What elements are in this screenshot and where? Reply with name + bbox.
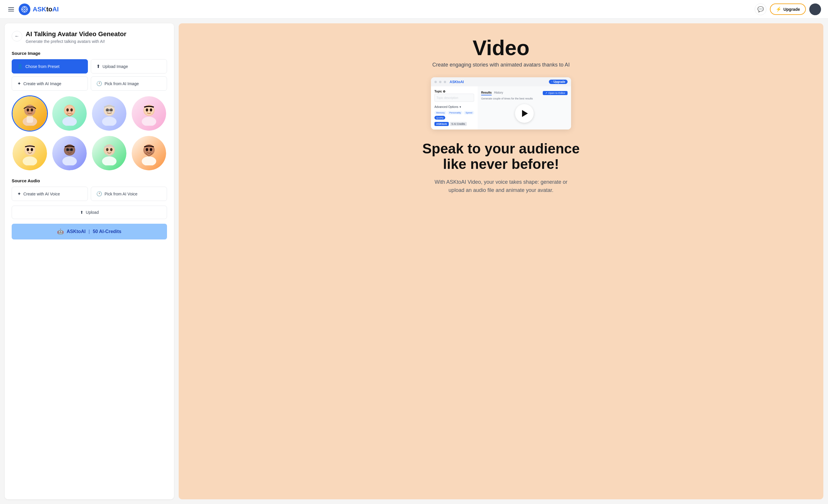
pick-ai-image-label: Pick from AI Image	[105, 81, 139, 86]
avatar-svg-6	[57, 141, 82, 166]
video-dot-2	[439, 81, 442, 83]
generate-brand-label: ASKtoAI	[67, 229, 86, 234]
chat-button[interactable]: 💬	[755, 3, 767, 15]
avatar-svg-5	[18, 141, 42, 166]
upload-audio-icon: ⬆	[80, 210, 83, 215]
video-left-panel: Topic ✿ Topic description Advanced Optio…	[431, 86, 478, 130]
video-tags: Memory Personality Speed Quality	[434, 111, 474, 120]
headline-line-1: Speak to your audience	[422, 141, 580, 156]
video-results-area	[481, 102, 568, 125]
play-button[interactable]	[515, 104, 534, 123]
video-topic-label: Topic ✿	[434, 90, 474, 93]
avatar-item[interactable]	[12, 95, 48, 132]
video-topic-placeholder: Topic description	[437, 96, 458, 99]
svg-point-2	[24, 9, 25, 10]
panel-title: AI Talking Avatar Video Geneator	[26, 30, 126, 38]
video-results-panel: Results History ↗ Open to Editor Generat…	[478, 88, 571, 129]
upload-audio-label: Upload	[86, 210, 99, 215]
avatar-item[interactable]	[51, 95, 88, 132]
back-icon: ←	[14, 34, 19, 39]
hamburger-menu[interactable]	[7, 6, 15, 12]
clock-voice-icon: 🕐	[96, 191, 102, 196]
avatar-item[interactable]	[12, 135, 48, 171]
upload-audio-button[interactable]: ⬆ Upload	[12, 205, 167, 219]
logo: ASKtoAI	[19, 3, 59, 15]
upgrade-button[interactable]: ⚡ Upgrade	[770, 3, 806, 15]
svg-point-14	[62, 117, 77, 126]
generate-button[interactable]: 🤖 ASKtoAI | 50 AI-Credits	[12, 224, 167, 239]
avatar-face-6	[52, 136, 87, 170]
video-form-topic: Topic ✿ Topic description	[434, 90, 474, 102]
header-left: ASKtoAI	[7, 3, 59, 15]
svg-point-45	[106, 148, 108, 151]
chat-icon: 💬	[757, 6, 764, 12]
pick-ai-image-button[interactable]: 🕐 Pick from AI Image	[91, 77, 167, 91]
right-panel-subtitle: Create engaging stories with animated av…	[432, 62, 570, 68]
video-dot-3	[444, 81, 446, 83]
avatar-item[interactable]	[91, 135, 127, 171]
video-upgrade-badge: ↑ Upgrade	[549, 80, 568, 84]
avatar-face-8	[132, 136, 166, 170]
play-icon	[522, 110, 528, 117]
video-topic-field: Topic description	[434, 94, 474, 102]
svg-point-36	[62, 156, 77, 165]
svg-point-46	[110, 148, 112, 151]
panel-header: ← AI Talking Avatar Video Geneator Gener…	[12, 30, 167, 44]
video-brand: ASKtoAI	[450, 80, 464, 84]
panel-subtitle: Generate the prefect talking avatars wit…	[26, 39, 126, 44]
create-ai-image-button[interactable]: ✦ Create with AI Image	[12, 77, 88, 91]
svg-point-26	[141, 117, 156, 126]
video-advanced-options: Advanced Options ▾	[434, 104, 474, 110]
upload-image-icon: ⬆	[96, 63, 100, 69]
avatar-face-1	[12, 96, 47, 131]
svg-point-48	[141, 156, 156, 165]
source-audio-label: Source Audio	[12, 178, 167, 183]
back-button[interactable]: ←	[12, 31, 22, 41]
upload-image-label: Upload Image	[102, 64, 128, 69]
video-bottom-bar: ASKtoAI 5 AI Credits	[434, 122, 474, 126]
svg-rect-9	[27, 116, 33, 123]
chevron-down-icon: ▾	[460, 105, 461, 108]
video-results-tab: Results	[481, 91, 492, 95]
logo-icon	[19, 3, 30, 15]
generate-separator: |	[88, 229, 90, 234]
avatar-svg-7	[97, 141, 121, 166]
bolt-icon: ⚡	[776, 6, 782, 12]
pick-ai-voice-label: Pick from AI Voice	[105, 192, 137, 196]
user-avatar[interactable]	[809, 3, 821, 15]
chose-preset-button[interactable]: 👤 Chose from Preset	[12, 59, 88, 74]
video-content: Topic ✿ Topic description Advanced Optio…	[431, 86, 571, 130]
right-panel-headline: Speak to your audience like never before…	[422, 141, 580, 172]
generate-button-wrapper: 🤖 ASKtoAI | 50 AI-Credits	[12, 224, 167, 239]
avatar-item[interactable]	[131, 95, 167, 132]
svg-point-50	[146, 148, 148, 151]
pick-ai-voice-button[interactable]: 🕐 Pick from AI Voice	[91, 187, 167, 201]
avatar-grid	[12, 95, 167, 171]
video-asktoa-badge: ASKtoAI	[434, 122, 449, 126]
source-audio-buttons: ✦ Create with AI Voice 🕐 Pick from AI Vo…	[12, 187, 167, 201]
avatar-item[interactable]	[131, 135, 167, 171]
avatar-svg-3	[97, 101, 121, 126]
upload-image-button[interactable]: ⬆ Upload Image	[91, 59, 167, 74]
video-results-header: Results History ↗ Open to Editor	[481, 91, 568, 95]
create-ai-voice-button[interactable]: ✦ Create with AI Voice	[12, 187, 88, 201]
video-advanced-label: Advanced Options	[434, 105, 458, 108]
generate-credits-label: 50 AI-Credits	[93, 229, 121, 234]
avatar-item[interactable]	[91, 95, 127, 132]
svg-point-29	[150, 108, 152, 111]
headline-line-2: like never before!	[422, 156, 580, 172]
video-dot-1	[434, 81, 437, 83]
video-results-desc: Generate couple of times for the best re…	[481, 97, 568, 100]
avatar-item[interactable]	[51, 135, 88, 171]
svg-point-33	[27, 148, 29, 151]
video-preview: ASKtoAI ↑ Upgrade Topic ✿ Topic descript…	[431, 77, 571, 130]
avatar-face-2	[52, 96, 87, 131]
svg-point-51	[150, 148, 152, 151]
svg-point-43	[102, 156, 117, 165]
svg-point-28	[146, 108, 148, 111]
user-avatar-inner	[809, 3, 821, 15]
avatar-face-3	[92, 96, 126, 131]
chose-preset-label: Chose from Preset	[26, 64, 59, 69]
avatar-svg-2	[57, 101, 82, 126]
upgrade-label: Upgrade	[783, 7, 800, 12]
